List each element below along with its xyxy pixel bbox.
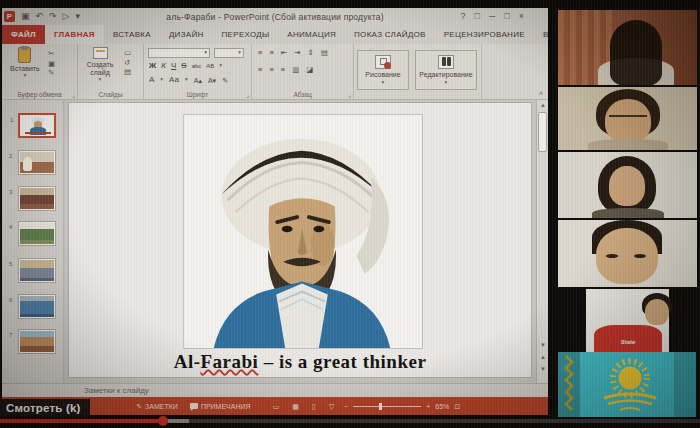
scrollbar-thumb[interactable] [538,112,547,152]
slide-thumbnail-7[interactable]: 7 [18,329,56,354]
participant-video-1[interactable] [558,10,697,85]
clipboard-group-label: Буфер обмена [2,91,77,98]
text-direction-icon[interactable]: ▤ [321,49,328,57]
zoom-slider-thumb[interactable] [379,403,382,410]
align-left-icon[interactable]: ≡ [258,66,262,74]
participant-video-3[interactable] [558,152,697,218]
tab-insert[interactable]: ВСТАВКА [104,25,160,44]
new-slide-button[interactable]: Создать слайд ▾ [83,47,117,83]
increase-indent-icon[interactable]: ⇥ [294,49,300,57]
reset-slide-icon[interactable]: ↺ [124,59,131,67]
close-icon[interactable]: × [519,12,524,21]
vertical-scrollbar[interactable]: ▲ ▼ ▲ ▼ [536,100,548,383]
underline-button[interactable]: Ч [171,62,176,70]
youtube-progress-bar[interactable] [0,419,700,423]
slide-thumbnail-3[interactable]: 3 [18,186,56,211]
numbering-icon[interactable]: ≡ [269,49,273,57]
collapse-ribbon-icon[interactable]: ˄ [539,90,543,97]
tab-file[interactable]: ФАЙЛ [2,25,45,44]
change-case-button[interactable]: Аа [169,76,179,84]
maximize-icon[interactable]: □ [504,12,509,21]
slide-canvas-area: Al-Farabi – is a great thinker [64,100,536,383]
scroll-up-icon[interactable]: ▲ [537,100,548,110]
clear-formatting-icon[interactable]: ✎ [222,77,228,84]
participant-video-2[interactable] [558,87,697,150]
zoom-out-icon[interactable]: − [344,403,348,410]
format-painter-icon[interactable]: ✎ [48,69,55,77]
reading-view-icon[interactable]: ▯ [312,403,316,410]
slide-caption-text[interactable]: Al-Farabi – is a great thinker [69,351,531,373]
font-dialog-launcher[interactable]: ⌟ [246,91,249,98]
slide-thumbnail-2[interactable]: 2 [18,150,56,175]
al-farabi-portrait-image[interactable] [183,114,423,349]
font-color-button[interactable]: А [149,76,154,84]
slide-sorter-view-icon[interactable]: ▦ [292,403,299,410]
strikethrough-button[interactable]: S [181,62,186,70]
font-size-select[interactable]: ▾ [214,48,244,58]
slide-editing-surface[interactable]: Al-Farabi – is a great thinker [68,102,532,378]
slideshow-view-icon[interactable]: ▽ [329,403,334,410]
redo-icon[interactable]: ↷ [49,12,57,21]
youtube-scrubber-knob[interactable] [158,416,168,426]
drawing-button[interactable]: Рисование ▾ [357,50,409,90]
comments-toggle[interactable]: ПРИМЕЧАНИЯ [190,403,251,410]
copy-icon[interactable]: ▣ [48,60,55,68]
tab-transitions[interactable]: ПЕРЕХОДЫ [213,25,279,44]
editing-button[interactable]: Редактирование ▾ [415,50,477,90]
zoom-level[interactable]: 65% [435,403,449,410]
tab-slideshow[interactable]: ПОКАЗ СЛАЙДОВ [345,25,435,44]
next-slide-icon[interactable]: ▼ [537,364,548,374]
photographed-screen: P ▣ ↶ ↷ ▷ ▾ аль-Фараби - PowerPoint (Сбо… [0,0,700,428]
character-spacing-button[interactable]: АВ [206,63,214,69]
previous-slide-icon[interactable]: ▲ [537,352,548,362]
minimize-icon[interactable]: ─ [489,12,495,21]
slide-thumbnail-6[interactable]: 6 [18,294,56,319]
zoom-slider[interactable] [353,406,421,407]
ribbon-options-icon[interactable]: □ [474,12,479,21]
notes-toggle[interactable]: ✎ ЗАМЕТКИ [136,403,178,410]
slide-layout-icon[interactable]: ▭ [124,49,131,57]
zoom-in-icon[interactable]: + [426,403,430,410]
paragraph-group: ≡ ≡ ⇤ ⇥ ⇕ ▤ ≡ ≡ ≡ ▥ ◪ Абзац ⌟ [252,44,354,99]
line-spacing-icon[interactable]: ⇕ [307,49,313,57]
align-center-icon[interactable]: ≡ [269,66,273,74]
smartart-icon[interactable]: ◪ [306,66,313,74]
participant-video-4[interactable] [558,220,697,287]
grow-font-button[interactable]: А▴ [194,77,202,84]
paste-button[interactable]: Вставить ▾ [10,47,40,79]
start-slideshow-icon[interactable]: ▷ [63,12,70,21]
tab-home[interactable]: ГЛАВНАЯ [45,25,104,44]
font-name-select[interactable]: ▾ [148,48,210,58]
text-shadow-button[interactable]: abc [192,63,202,69]
align-right-icon[interactable]: ≡ [281,66,285,74]
fit-slide-to-window-icon[interactable]: ⊡ [454,403,460,410]
shrink-font-button[interactable]: А▾ [208,77,216,84]
normal-view-icon[interactable]: ▭ [273,403,280,410]
tab-view[interactable]: ВИД [534,25,548,44]
scroll-down-icon[interactable]: ▼ [537,340,548,350]
bold-button[interactable]: Ж [149,62,156,70]
bullets-icon[interactable]: ≡ [258,49,262,57]
help-icon[interactable]: ? [460,12,465,21]
participant-video-5[interactable]: State [558,289,697,358]
tab-design[interactable]: ДИЗАЙН [160,25,213,44]
decrease-indent-icon[interactable]: ⇤ [281,49,287,57]
slide-thumbnail-1[interactable]: 1 [18,113,56,138]
tab-review[interactable]: РЕЦЕНЗИРОВАНИЕ [435,25,534,44]
save-icon[interactable]: ▣ [21,12,30,21]
paragraph-dialog-launcher[interactable]: ⌟ [348,91,351,98]
columns-icon[interactable]: ▥ [292,66,299,74]
editing-group: Редактирование ▾ [412,44,482,99]
slide-thumbnail-5[interactable]: 5 [18,258,56,283]
italic-button[interactable]: К [161,62,166,70]
slide-thumbnail-4[interactable]: 4 [18,221,56,246]
notes-pane[interactable]: Заметки к слайду [2,383,548,397]
work-area: 1 2 3 4 5 [2,100,548,383]
undo-icon[interactable]: ↶ [36,12,44,21]
participant-video-6-kazakhstan-flag[interactable] [556,352,698,417]
customize-toolbar-icon[interactable]: ▾ [76,12,81,21]
tab-animations[interactable]: АНИМАЦИЯ [278,25,345,44]
clipboard-dialog-launcher[interactable]: ⌟ [72,91,75,98]
cut-icon[interactable]: ✂ [48,50,55,58]
section-icon[interactable]: ▤ [124,68,131,76]
